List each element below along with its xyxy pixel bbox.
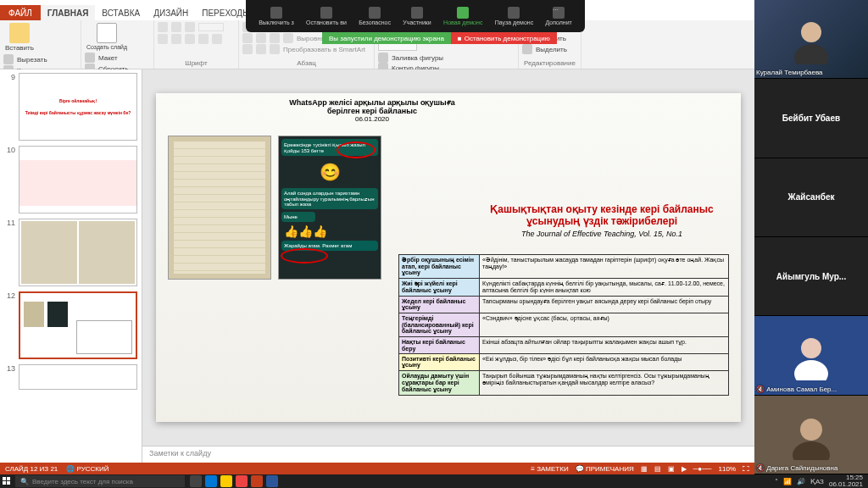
- fit-to-window-icon[interactable]: ⛶: [743, 465, 749, 473]
- svg-point-0: [801, 22, 821, 42]
- zoom-slider[interactable]: ─●──: [693, 465, 712, 473]
- feedback-title: Қашықтықтан оқыту кезінде кері байланыс …: [475, 203, 729, 238]
- start-button[interactable]: [0, 474, 14, 488]
- layout-button[interactable]: Макет: [85, 53, 129, 63]
- view-normal-icon[interactable]: ▦: [641, 465, 648, 473]
- share-icon: [457, 7, 469, 19]
- tray-lang[interactable]: ҚАЗ: [810, 478, 824, 485]
- view-slideshow-icon[interactable]: ▶: [682, 465, 687, 473]
- table-row: Позитивті кері байланыс ұсыну«Екі жұлдыз…: [399, 354, 729, 371]
- shape-fill-button[interactable]: Заливка фигуры: [378, 53, 448, 63]
- pause-share-button[interactable]: Пауза демонс: [495, 7, 533, 25]
- pause-icon: [508, 7, 520, 19]
- font-group-label: Шрифт: [158, 59, 235, 67]
- paragraph-group-label: Абзац: [242, 59, 370, 67]
- table-row: Нақты кері байланыс беруЕкінші абзацта а…: [399, 337, 729, 354]
- participant-name: Бейбит Убаев: [782, 114, 840, 123]
- file-tab[interactable]: ФАЙЛ: [0, 5, 41, 20]
- taskbar-apps: [190, 475, 278, 487]
- tray-date[interactable]: 06.01.2021: [829, 481, 863, 488]
- new-slide-button[interactable]: Создать слайд: [85, 22, 129, 51]
- windows-icon: [3, 477, 11, 485]
- participant-name: Айымгуль Мур...: [776, 272, 846, 281]
- app-icon[interactable]: [205, 475, 217, 487]
- slide-thumb-10[interactable]: [19, 146, 137, 214]
- app-icon[interactable]: [266, 475, 278, 487]
- taskbar-search[interactable]: 🔍 Введите здесь текст для поиска: [15, 475, 185, 487]
- table-row: Теңгерімді (балансированный) кері байлан…: [399, 313, 729, 337]
- tray-network-icon[interactable]: 📶: [783, 478, 792, 485]
- participant-tile[interactable]: Айымгуль Мур...: [754, 237, 868, 316]
- zoom-level[interactable]: 110%: [719, 465, 736, 473]
- notes-toggle[interactable]: ≡ ЗАМЕТКИ: [531, 465, 568, 473]
- video-button[interactable]: Остановить ви: [306, 7, 347, 25]
- avatar: [786, 330, 837, 380]
- participant-tile[interactable]: Куралай Темирбаева: [754, 0, 868, 79]
- whatsapp-screenshots: Ережесінде тусінікті қылып жазып қойды 1…: [168, 136, 381, 280]
- view-reading-icon[interactable]: ▣: [668, 465, 675, 473]
- svg-point-3: [794, 360, 828, 380]
- fill-icon: [378, 53, 388, 63]
- thumbs-up-emoji: 👍👍👍: [279, 225, 381, 238]
- view-sorter-icon[interactable]: ▤: [654, 465, 661, 473]
- editing-group-label: Редактирование: [522, 59, 577, 67]
- app-icon[interactable]: [236, 475, 248, 487]
- more-button[interactable]: ⋯Дополнит: [545, 7, 571, 25]
- people-icon: [411, 7, 423, 19]
- language-indicator[interactable]: 🌐 РУССКИЙ: [66, 465, 108, 473]
- slide-thumb-13[interactable]: [19, 364, 137, 390]
- stop-share-button[interactable]: ■Остановить демонстрацию: [451, 32, 557, 44]
- slide-counter: СЛАЙД 12 ИЗ 21: [5, 465, 58, 473]
- participant-tile[interactable]: Жайсанбек: [754, 158, 868, 237]
- tab-insert[interactable]: ВСТАВКА: [95, 5, 147, 20]
- participants-panel: Куралай Темирбаева Бейбит Убаев Жайсанбе…: [754, 0, 868, 474]
- tab-home[interactable]: ГЛАВНАЯ: [41, 5, 96, 20]
- svg-rect-9: [7, 481, 10, 485]
- powerpoint-status-bar: СЛАЙД 12 ИЗ 21 🌐 РУССКИЙ ≡ ЗАМЕТКИ 💬 ПРИ…: [0, 463, 754, 474]
- participant-tile[interactable]: 🔇 Аминова Самал Бер...: [754, 316, 868, 395]
- slide-thumb-12[interactable]: [19, 291, 137, 359]
- comments-toggle[interactable]: 💬 ПРИМЕЧАНИЯ: [576, 465, 634, 473]
- tray-volume-icon[interactable]: 🔊: [797, 478, 805, 485]
- thumb-number: 9: [3, 73, 15, 141]
- slide-canvas[interactable]: WhatsApp желісі арқылы арқылы оқушыға бе…: [142, 69, 754, 446]
- tray-chevron-icon[interactable]: ˄: [775, 478, 778, 485]
- slide-thumb-9[interactable]: Бірге ойланайық! Тиімді кері байланысты …: [19, 73, 137, 141]
- participant-tile[interactable]: 🔇 Дарига Сайпидыновна: [754, 396, 868, 474]
- svg-point-1: [794, 44, 828, 64]
- new-share-button[interactable]: Новая демонс: [443, 7, 482, 25]
- table-row: Әрбір оқушының есімін атап, кері байланы…: [399, 255, 729, 279]
- participant-name: Жайсанбек: [788, 192, 835, 202]
- slide-title: WhatsApp желісі арқылы арқылы оқушыға бе…: [275, 98, 470, 123]
- paste-label: Вставить: [5, 44, 34, 52]
- svg-rect-8: [3, 481, 6, 485]
- sharing-indicator: Вы запустили демонстрацию экрана: [322, 32, 451, 44]
- participant-tile[interactable]: Бейбит Убаев: [754, 79, 868, 158]
- select-button[interactable]: Выделить: [522, 44, 577, 54]
- more-icon: ⋯: [553, 7, 565, 19]
- thumb-number: 12: [3, 291, 15, 359]
- table-row: Жедел кері байланыс ұсынуТапсырманы орын…: [399, 297, 729, 313]
- main-area: 9 Бірге ойланайық! Тиімді кері байланыст…: [0, 69, 754, 463]
- thumb-number: 10: [3, 146, 15, 214]
- search-icon: 🔍: [20, 478, 29, 485]
- powerpoint-icon[interactable]: [251, 475, 263, 487]
- wa-shot-2: Ережесінде тусінікті қылып жазып қойды 1…: [278, 136, 381, 280]
- mute-button[interactable]: Выключить з: [259, 7, 294, 25]
- taskview-icon[interactable]: [190, 475, 202, 487]
- wa-shot-1: [168, 136, 271, 280]
- participant-name: 🔇 Аминова Самал Бер...: [756, 385, 866, 393]
- cut-button[interactable]: Вырезать: [3, 54, 77, 64]
- new-slide-icon: [97, 23, 117, 43]
- notes-pane[interactable]: Заметки к слайду: [142, 446, 754, 463]
- slide-thumb-11[interactable]: [19, 219, 137, 286]
- app-icon[interactable]: [220, 475, 232, 487]
- participants-button[interactable]: Участники: [403, 7, 431, 25]
- slide-thumbnails-panel[interactable]: 9 Бірге ойланайық! Тиімді кері байланыст…: [0, 69, 142, 463]
- tab-design[interactable]: ДИЗАЙН: [147, 5, 195, 20]
- svg-point-5: [793, 441, 830, 460]
- paste-button[interactable]: Вставить: [3, 22, 36, 53]
- current-slide[interactable]: WhatsApp желісі арқылы арқылы оқушыға бе…: [156, 93, 741, 422]
- paste-icon: [9, 23, 30, 43]
- security-button[interactable]: Безопаснос: [359, 7, 391, 25]
